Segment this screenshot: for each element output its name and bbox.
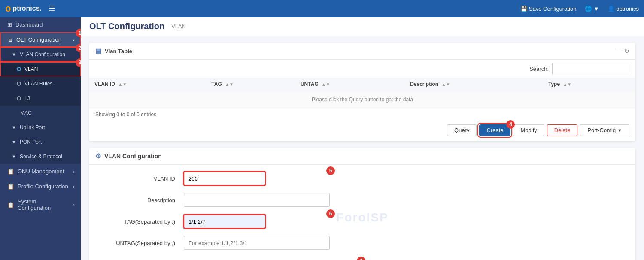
minimize-button[interactable]: − [617, 47, 621, 55]
vlan-config-form-header: ⚙ VLAN Configuration [89, 148, 635, 165]
navbar-right: 💾 Save Configuration 🌐 ▼ 👤 optronics [520, 6, 639, 12]
logo-text: ptronics. [12, 5, 42, 12]
vlan-dot-icon [17, 67, 21, 71]
globe-icon: 🌐 [585, 6, 592, 12]
port-config-label: Port-Config [587, 127, 616, 133]
onu-arrow-icon: › [73, 169, 75, 174]
form-row-description: Description [98, 193, 627, 207]
sidebar-item-label: ONU Management [18, 168, 64, 175]
card-header-right: − ↻ [617, 47, 629, 55]
vlan-id-label: VLAN ID [98, 175, 184, 182]
sidebar-item-service-wrapper: ▼ Service & Protocol [0, 149, 81, 164]
vlan-table-card: ▦ Vlan Table − ↻ Search: [89, 43, 635, 141]
col-type[interactable]: Type ▲▼ [543, 78, 635, 91]
sidebar-item-label: VLAN [24, 66, 38, 72]
vlan-config-form-title: VLAN Configuration [104, 153, 162, 160]
save-config-button[interactable]: 💾 Save Configuration [520, 6, 577, 12]
sidebar-item-label: OLT Configuration [16, 36, 61, 43]
system-icon: 📋 [7, 202, 14, 208]
sidebar-item-l3-wrapper: L3 [0, 91, 81, 106]
col-untag[interactable]: UNTAG ▲▼ [295, 78, 405, 91]
sort-icon: ▲▼ [442, 82, 450, 87]
page-title: OLT Configuration [89, 21, 164, 31]
vlan-config-expand-icon: ▼ [12, 52, 16, 57]
content-body: ▦ Vlan Table − ↻ Search: [81, 36, 644, 260]
page-subtitle: VLAN [171, 23, 186, 30]
col-description[interactable]: Description ▲▼ [405, 78, 543, 91]
save-config-label: Save Configuration [529, 6, 577, 12]
card-header-left: ▦ Vlan Table [95, 47, 132, 55]
vlan-rules-dot-icon [17, 82, 21, 86]
sidebar-item-onu-management[interactable]: 📋 ONU Management › [0, 164, 81, 179]
sidebar-item-label: MAC [20, 110, 32, 116]
vlan-config-form-body: VLAN ID 5 Description TAG(Separated by , [89, 165, 635, 260]
sidebar-item-l3[interactable]: L3 [0, 91, 81, 106]
untag-input[interactable] [184, 236, 330, 250]
col-vlan-id[interactable]: VLAN ID ▲▼ [89, 78, 206, 91]
description-input[interactable] [184, 193, 330, 207]
port-config-button[interactable]: Port-Config ▼ [580, 124, 629, 136]
sidebar-item-uplink-port[interactable]: ▼ Uplink Port [0, 120, 81, 135]
sidebar-item-vlan[interactable]: VLAN [0, 62, 81, 76]
sidebar-item-label: Service & Protocol [20, 154, 62, 160]
vlan-id-input[interactable] [184, 172, 265, 185]
badge-6: 6 [326, 209, 335, 218]
table-icon: ▦ [95, 47, 101, 55]
sidebar-item-dashboard[interactable]: ⊞ Dashboard [0, 17, 81, 32]
no-data-row: Please click the Query button to get the… [89, 91, 635, 108]
sidebar-item-label: Profile Configuration [18, 183, 68, 190]
badge-5: 5 [326, 166, 335, 175]
onu-icon: 📋 [7, 168, 14, 175]
logo-o: o [5, 3, 11, 14]
user-button[interactable]: 👤 optronics [608, 6, 639, 12]
form-buttons-row: Submit 7 Cancel [98, 257, 627, 260]
sidebar-item-pon-port[interactable]: ▼ PON Port [0, 135, 81, 149]
sidebar-item-uplink-wrapper: ▼ Uplink Port [0, 120, 81, 135]
search-input[interactable] [552, 63, 629, 74]
col-tag[interactable]: TAG ▲▼ [206, 78, 295, 91]
table-controls: Search: [89, 60, 635, 78]
badge-7: 7 [357, 257, 365, 260]
create-button[interactable]: Create [479, 124, 510, 136]
olt-collapse-icon: ‹ [73, 37, 75, 42]
sidebar-item-label: Uplink Port [20, 124, 45, 130]
logo: o ptronics. [5, 3, 42, 14]
sidebar-item-label: System Configuration [18, 198, 70, 211]
sidebar-item-mac[interactable]: MAC [0, 106, 81, 120]
profile-icon: 📋 [7, 183, 14, 190]
sidebar-item-vlan-rules-wrapper: VLAN Rules [0, 76, 81, 91]
sidebar-item-olt-config[interactable]: 🖥 OLT Configuration ‹ [0, 32, 81, 47]
modify-button[interactable]: Modify [513, 124, 544, 136]
port-config-dropdown-icon: ▼ [617, 128, 622, 133]
sidebar-item-label: VLAN Rules [24, 81, 52, 87]
sidebar-item-label: VLAN Configuration [20, 51, 65, 57]
sidebar-item-label: L3 [24, 95, 30, 101]
content-area: OLT Configuration VLAN ▦ Vlan Table − ↻ [81, 17, 644, 260]
sort-icon: ▲▼ [225, 82, 234, 87]
vlan-config-icon: ⚙ [95, 152, 101, 160]
page-header: OLT Configuration VLAN [81, 17, 644, 36]
description-label: Description [98, 197, 184, 203]
globe-button[interactable]: 🌐 ▼ [585, 6, 599, 12]
sort-icon: ▲▼ [322, 82, 330, 87]
tag-input[interactable] [184, 215, 265, 228]
no-data-message: Please click the Query button to get the… [89, 91, 635, 108]
refresh-button[interactable]: ↻ [624, 47, 629, 55]
profile-arrow-icon: › [73, 184, 75, 189]
sidebar-item-pon-wrapper: ▼ PON Port [0, 135, 81, 149]
sidebar-item-profile-config[interactable]: 📋 Profile Configuration › [0, 179, 81, 194]
vlan-config-form-card: ForolSP ⚙ VLAN Configuration VLAN ID 5 [89, 148, 635, 260]
delete-button[interactable]: Delete [547, 124, 578, 136]
l3-dot-icon [17, 96, 21, 100]
sidebar-item-vlan-rules[interactable]: VLAN Rules [0, 76, 81, 91]
vlan-table-title: Vlan Table [105, 48, 132, 54]
sort-icon: ▲▼ [118, 82, 127, 87]
menu-toggle-icon[interactable]: ☰ [49, 4, 55, 13]
sidebar-item-vlan-config[interactable]: ▼ VLAN Configuration [0, 47, 81, 62]
entries-info: Showing 0 to 0 of 0 entries [89, 108, 635, 121]
user-label: optronics [616, 6, 639, 12]
query-button[interactable]: Query [447, 124, 477, 136]
sidebar-item-service-protocol[interactable]: ▼ Service & Protocol [0, 149, 81, 164]
form-row-vlan-id: VLAN ID 5 [98, 172, 627, 185]
sidebar-item-system-config[interactable]: 📋 System Configuration › [0, 194, 81, 215]
